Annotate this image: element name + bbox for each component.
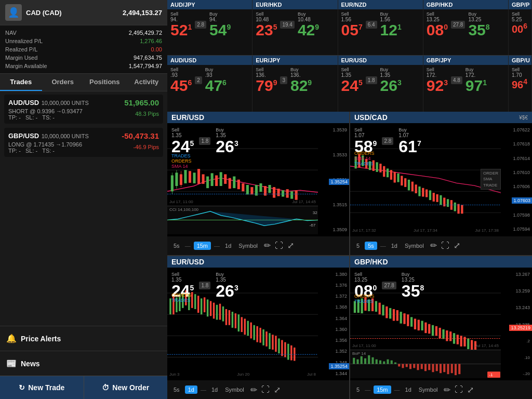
svg-rect-135 — [385, 306, 388, 318]
price-alerts-section[interactable]: 🔔 Price Alerts — [0, 326, 167, 351]
tf-symbol-chart1[interactable]: Symbol — [236, 242, 260, 250]
tf-1d2-chart3[interactable]: 1d — [209, 385, 220, 394]
draw-icon-chart2[interactable]: ✏ — [430, 241, 437, 250]
expand-icon-chart1[interactable]: ⛶ — [275, 241, 283, 250]
svg-rect-168 — [371, 357, 374, 364]
tile-gbpjpy[interactable]: GBP/JPY Sell 172. 923 4.8 Buy 172. 971 — [423, 56, 509, 112]
svg-rect-176 — [402, 364, 404, 368]
tiles-row1: AUD/JPY Sell 94. 521 2.8 Buy 94. 549 — [167, 0, 532, 56]
tile-eurusd-prices: Sell 1.35 245 1.8 Buy 1.35 263 — [341, 67, 420, 94]
tile-eurhkd-header: EUR/HKD — [252, 0, 337, 9]
tf-1d-chart2[interactable]: 1d — [389, 242, 400, 250]
svg-text:-1: -1 — [489, 373, 493, 377]
tile-audjpy-prices: Sell 94. 521 2.8 Buy 94. 549 — [170, 11, 249, 38]
svg-rect-111 — [265, 331, 267, 347]
tab-orders[interactable]: Orders — [42, 74, 84, 91]
tab-trades[interactable]: Trades — [0, 74, 42, 91]
account-avatar: 👤 — [5, 4, 22, 21]
tf-5-chart2[interactable]: 5 — [354, 242, 362, 250]
tile-eurhkd[interactable]: EUR/HKD Sell 10.48 235 19.4 Buy 10.48 42… — [252, 0, 338, 55]
tile-gbpp[interactable]: GBP/P Sell 5.25 006 — [509, 0, 532, 55]
tf-symbol-chart4[interactable]: Symbol — [417, 385, 440, 394]
svg-rect-19 — [224, 174, 227, 183]
tf-symbol-chart3[interactable]: Symbol — [223, 385, 246, 394]
margin-used-row: Margin Used 947,634.75 — [5, 54, 162, 62]
expand-icon-chart3[interactable]: ⛶ — [261, 385, 270, 394]
tf-5-chart4[interactable]: 5 — [354, 385, 362, 394]
tile-gbpp-prices: Sell 5.25 006 — [512, 11, 528, 34]
tf-5s-chart3[interactable]: 5s — [171, 385, 182, 394]
account-currency: CAD (CAD) — [26, 9, 62, 17]
new-trade-icon: ↻ — [19, 383, 25, 392]
svg-rect-177 — [406, 364, 408, 367]
svg-rect-152 — [446, 330, 448, 341]
tile-gbpp-header: GBP/P — [509, 0, 531, 9]
new-trade-button[interactable]: ↻ New Trade — [0, 376, 84, 399]
chart-usdcad-symbol: USD/CAD — [354, 113, 388, 122]
tile-eurusd[interactable]: EUR/USD Sell 1.35 245 1.8 Buy 1.35 263 — [338, 56, 423, 112]
chart-usdcad-header: USD/CAD ¥$€ — [350, 112, 532, 123]
tile-eurjpy[interactable]: EUR/JPY Sell 136. 799 3 Buy 136. 829 — [252, 56, 338, 112]
tf-15m-chart4[interactable]: 15m — [374, 385, 391, 394]
svg-rect-67 — [436, 194, 438, 202]
svg-rect-33 — [286, 189, 289, 197]
fullscreen-icon-chart1[interactable]: ⤢ — [287, 241, 294, 250]
tile-audusd-header: AUD/USD — [167, 56, 252, 65]
svg-rect-163 — [353, 358, 355, 364]
expand-icon-chart2[interactable]: ⛶ — [441, 241, 449, 250]
tf-1d-chart1[interactable]: 1d — [223, 242, 233, 250]
svg-rect-30 — [273, 187, 275, 198]
account-details: NAV 2,495,429.72 Unrealized P/L 1,276.46… — [0, 25, 167, 74]
new-order-button[interactable]: ⏱ New Order — [84, 376, 168, 399]
svg-rect-29 — [268, 185, 271, 193]
expand-icon-chart4[interactable]: ⛶ — [455, 385, 463, 394]
draw-icon-chart1[interactable]: ✏ — [264, 241, 271, 250]
svg-rect-155 — [457, 335, 459, 344]
nav-value: 2,495,429.72 — [129, 30, 162, 36]
tile-gbpjpy-prices: Sell 172. 923 4.8 Buy 172. 971 — [427, 67, 505, 94]
svg-rect-108 — [256, 326, 258, 342]
svg-rect-184 — [432, 364, 434, 373]
svg-rect-141 — [407, 314, 409, 326]
tf-5s-chart2[interactable]: 5s — [365, 242, 377, 250]
tf-1d-chart4[interactable]: 1d — [403, 385, 414, 394]
position-item-gbpusd[interactable]: GBP/USD 10,000,000 UNITS -50,473.31 LONG… — [4, 128, 163, 157]
draw-icon-chart3[interactable]: ✏ — [250, 385, 257, 395]
fullscreen-icon-chart3[interactable]: ⤢ — [274, 385, 281, 395]
right-panel: AUD/JPY Sell 94. 521 2.8 Buy 94. 549 — [167, 0, 532, 399]
fullscreen-icon-chart4[interactable]: ⤢ — [467, 385, 474, 395]
tf-symbol-chart2[interactable]: Symbol — [403, 242, 426, 250]
svg-rect-117 — [284, 342, 286, 357]
tab-positions[interactable]: Positions — [84, 74, 126, 91]
svg-rect-148 — [432, 325, 434, 336]
svg-rect-106 — [250, 322, 252, 338]
realized-row: Realized P/L 0.00 — [5, 45, 162, 54]
tile-eurnzd[interactable]: EUR/NZD Sell 1.56 057 6.4 Buy 1.56 121 — [338, 0, 423, 55]
account-balance: 2,494,153.27 — [123, 9, 162, 17]
tf-15m-chart1[interactable]: 15m — [194, 242, 211, 250]
tiles-row2: AUD/USD Sell .93 456 2 Buy .93 476 — [167, 56, 532, 112]
tab-activity[interactable]: Activity — [126, 74, 168, 91]
tile-audjpy[interactable]: AUD/JPY Sell 94. 521 2.8 Buy 94. 549 — [167, 0, 252, 55]
svg-rect-187 — [443, 364, 445, 373]
tile-audusd[interactable]: AUD/USD Sell .93 456 2 Buy .93 476 — [167, 56, 252, 112]
tile-audusd-prices: Sell .93 456 2 Buy .93 476 — [170, 67, 249, 94]
tile-gbphkd[interactable]: GBP/HKD Sell 13.25 080 27.8 Buy 13.25 35… — [423, 0, 509, 55]
position-pnl-audusd: 51,965.00 — [124, 98, 159, 107]
position-item-audusd[interactable]: AUD/USD 10,000,000 UNITS 51,965.00 SHORT… — [4, 95, 163, 124]
svg-rect-68 — [440, 195, 442, 205]
svg-rect-145 — [421, 321, 423, 330]
draw-icon-chart4[interactable]: ✏ — [444, 385, 450, 395]
unrealized-value: 1,276.46 — [140, 38, 162, 44]
news-section[interactable]: 📰 News — [0, 351, 167, 376]
tf-1d-chart3[interactable]: 1d — [185, 385, 197, 394]
position-symbol-gbpusd: GBP/USD — [8, 132, 39, 140]
svg-rect-11 — [189, 171, 191, 183]
svg-rect-114 — [275, 336, 276, 352]
unrealized-label: Unrealized P/L — [5, 38, 43, 44]
tile-gbpu[interactable]: GBP/U Sell 1.70 964 — [509, 56, 532, 112]
fullscreen-icon-chart2[interactable]: ⤢ — [454, 241, 460, 250]
left-panel: 👤 CAD (CAD) 2,494,153.27 NAV 2,495,429.7… — [0, 0, 167, 399]
svg-rect-149 — [435, 326, 437, 335]
tf-5s-chart1[interactable]: 5s — [171, 242, 182, 250]
